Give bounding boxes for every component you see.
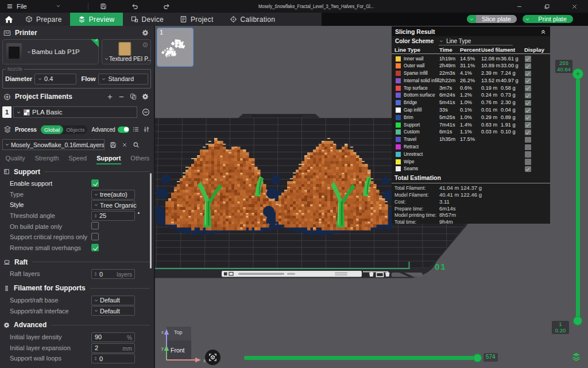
- layer-slider-bottom-value: 1 0.20: [552, 321, 569, 334]
- display-checkbox[interactable]: [525, 78, 531, 84]
- sidebar-scrollbar[interactable]: [150, 173, 152, 269]
- tab-device[interactable]: Device: [123, 13, 172, 26]
- display-checkbox[interactable]: [525, 100, 531, 106]
- setting-threshold-angle-spinner[interactable]: 25: [91, 211, 135, 221]
- printer-settings-gear-icon[interactable]: [142, 29, 149, 36]
- setting-support-wall-loops-spinner[interactable]: 0: [91, 354, 135, 363]
- layer-slider-bottom-handle[interactable]: [573, 316, 582, 325]
- setting-initial-layer-expansion-input[interactable]: 2mm: [91, 343, 135, 353]
- plate-thumbnail[interactable]: 1: [157, 28, 194, 67]
- process-tab-others[interactable]: Others: [126, 154, 154, 163]
- display-checkbox[interactable]: [525, 129, 531, 136]
- setting-type-select[interactable]: tree(auto): [91, 190, 135, 200]
- save-button[interactable]: [96, 0, 110, 13]
- setting-support-critical-regions-only-checkbox[interactable]: [91, 233, 99, 240]
- print-plate-button[interactable]: Print plate: [532, 15, 573, 23]
- minimize-button[interactable]: [505, 0, 533, 13]
- display-checkbox[interactable]: [525, 71, 531, 77]
- process-tab-strength[interactable]: Strength: [30, 154, 64, 163]
- display-checkbox[interactable]: [525, 85, 531, 91]
- search-icon[interactable]: [133, 141, 140, 148]
- line-type-name: Inner wall: [404, 55, 424, 63]
- display-checkbox[interactable]: [525, 56, 531, 62]
- scope-global-pill[interactable]: Global: [41, 125, 63, 134]
- display-checkbox[interactable]: [525, 144, 531, 151]
- display-checkbox[interactable]: [525, 108, 531, 114]
- layer-slider-top-handle[interactable]: [572, 68, 583, 79]
- setting-enable-support-checkbox[interactable]: [91, 179, 99, 187]
- home-tab[interactable]: [0, 13, 17, 26]
- move-slider-track[interactable]: [244, 356, 481, 360]
- setting-on-build-plate-only-checkbox[interactable]: [91, 222, 99, 229]
- plate-type-select[interactable]: Textured PEI P...: [104, 56, 151, 62]
- info-icon[interactable]: [142, 42, 148, 48]
- display-checkbox[interactable]: [525, 137, 531, 143]
- printer-select[interactable]: Bambu Lab P1P: [26, 48, 80, 55]
- add-filament-button[interactable]: [107, 94, 113, 100]
- save-preset-icon[interactable]: [110, 141, 117, 148]
- flow-select[interactable]: Standard: [98, 74, 148, 85]
- process-preset-select[interactable]: Mosely_Snowflake_0.16mmLayers: [2, 139, 105, 150]
- process-tab-support[interactable]: Support: [92, 154, 126, 163]
- line-type-used-m: 2.39 m: [481, 70, 497, 77]
- setting-initial-layer-expansion-row: Initial layer expansion2mm: [0, 343, 154, 354]
- plate-type-label: Textured PEI P...: [109, 56, 151, 62]
- display-checkbox[interactable]: [525, 93, 531, 99]
- scope-objects-pill[interactable]: Objects: [63, 126, 87, 133]
- section-header: Advanced: [0, 321, 154, 329]
- clear-preset-icon[interactable]: [122, 142, 127, 148]
- delete-filament-button[interactable]: [142, 108, 150, 116]
- view-list-icon[interactable]: [133, 126, 140, 133]
- slice-options-button[interactable]: [467, 15, 476, 23]
- setting-remove-small-overhangs-checkbox[interactable]: [91, 244, 99, 251]
- redo-button[interactable]: [160, 0, 173, 13]
- remove-filament-button[interactable]: [118, 94, 125, 100]
- close-button[interactable]: [560, 0, 588, 13]
- filament-settings-gear-icon[interactable]: [142, 93, 149, 100]
- file-menu[interactable]: File: [6, 0, 27, 13]
- layer-slider-track[interactable]: [576, 74, 580, 321]
- layer-slider[interactable]: 255 40.84 1 0.20: [572, 60, 588, 368]
- compare-presets-icon[interactable]: [143, 126, 150, 133]
- tab-project[interactable]: Project: [172, 13, 221, 26]
- diameter-select[interactable]: 0.4: [34, 74, 76, 85]
- process-tab-quality[interactable]: Quality: [1, 154, 30, 163]
- setting-support-raft-base-select[interactable]: Default: [91, 296, 135, 305]
- setting-support-raft-interface-select[interactable]: Default: [91, 306, 135, 316]
- setting-style-select[interactable]: Tree Organic: [91, 200, 135, 210]
- chevron-down-icon[interactable]: [56, 3, 61, 9]
- spinner-arrows-icon[interactable]: [94, 271, 98, 277]
- display-checkbox[interactable]: [525, 159, 531, 165]
- collapse-panel-icon[interactable]: [540, 28, 547, 35]
- filament-select[interactable]: PLA Basic: [13, 106, 137, 118]
- display-checkbox[interactable]: [525, 166, 531, 172]
- undo-button[interactable]: [128, 0, 142, 13]
- slice-plate-button[interactable]: Slice plate: [476, 15, 517, 23]
- display-checkbox[interactable]: [525, 151, 531, 158]
- print-options-button[interactable]: [523, 15, 532, 23]
- spinner-arrows-icon[interactable]: [94, 213, 98, 219]
- layers-view-button[interactable]: [571, 352, 584, 363]
- locate-model-button[interactable]: [205, 350, 220, 365]
- spinner-arrows-icon[interactable]: [94, 355, 98, 362]
- setting-initial-layer-density-input[interactable]: 90%: [91, 332, 135, 342]
- color-scheme-select[interactable]: Line Type: [439, 37, 513, 45]
- move-slider[interactable]: 574: [244, 354, 497, 365]
- locate-icon: [208, 353, 217, 362]
- process-tab-speed[interactable]: Speed: [64, 154, 92, 163]
- display-checkbox[interactable]: [525, 122, 531, 128]
- advanced-toggle[interactable]: [118, 126, 129, 133]
- sync-filament-button[interactable]: [130, 93, 137, 100]
- restore-button[interactable]: [533, 0, 560, 13]
- printer-card[interactable]: Bambu Lab P1P ✓: [2, 39, 99, 64]
- move-slider-handle[interactable]: [473, 354, 482, 362]
- line-type-used-m: 0.19 m: [481, 85, 497, 92]
- tab-prepare[interactable]: Prepare: [17, 13, 70, 26]
- display-checkbox[interactable]: [525, 114, 531, 121]
- setting-raft-layers-spinner[interactable]: 0layers: [91, 269, 135, 279]
- tab-preview[interactable]: Preview: [70, 13, 123, 26]
- tab-calibration[interactable]: Calibration: [222, 13, 284, 26]
- display-checkbox[interactable]: [525, 63, 531, 70]
- total-estimation-table: Total Filament: 41.04 m 124.37 gModel Fi…: [392, 185, 550, 225]
- plate-type-card[interactable]: Textured PEI P...: [102, 39, 151, 64]
